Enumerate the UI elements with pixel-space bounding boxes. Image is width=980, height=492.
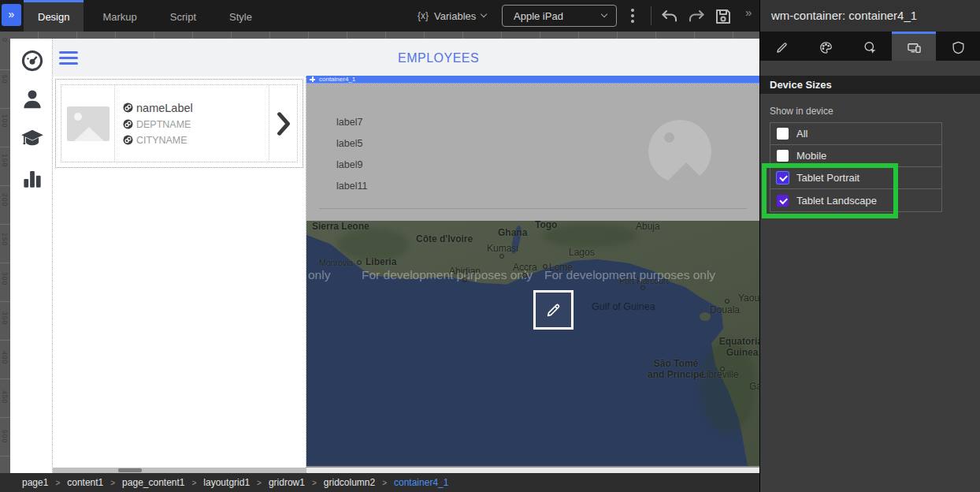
- label9-widget[interactable]: label9: [336, 159, 362, 170]
- chevron-separator-icon: >: [110, 479, 115, 487]
- devices-icon: [907, 40, 922, 55]
- cursor-select-icon: [863, 40, 878, 55]
- map-watermark: For development purposes only: [544, 268, 715, 282]
- chevron-down-icon: [601, 11, 607, 17]
- city-label: CITYNAME: [136, 135, 187, 146]
- hamburger-menu-icon[interactable]: [59, 51, 78, 65]
- breadcrumb-item[interactable]: layoutgrid1: [203, 477, 250, 488]
- map-watermark: only: [308, 268, 330, 282]
- dashboard-icon[interactable]: [20, 49, 44, 73]
- tab-styles[interactable]: [804, 32, 848, 61]
- breadcrumb-item[interactable]: gridcolumn2: [324, 477, 375, 488]
- save-button[interactable]: [714, 7, 733, 26]
- app-left-nav: [10, 39, 53, 473]
- checkbox-all[interactable]: [777, 128, 789, 140]
- map-label: Monrovia: [319, 258, 353, 267]
- image-placeholder-icon: [648, 120, 711, 183]
- map-label: Yaou: [738, 293, 759, 304]
- map-label: Liberia: [366, 256, 396, 267]
- ruler-mark: 200: [1, 193, 9, 207]
- page-title: EMPLOYEES: [398, 51, 479, 65]
- bind-icon: [123, 119, 133, 129]
- inspector-title: wm-container: container4_1: [760, 0, 980, 32]
- tab-style[interactable]: Style: [215, 0, 266, 32]
- place-marker-icon: [499, 254, 504, 259]
- chevron-separator-icon: >: [257, 479, 262, 487]
- place-marker-icon: [543, 264, 548, 269]
- inspector-tabs: [760, 32, 980, 61]
- tab-devices[interactable]: [892, 32, 936, 61]
- user-icon[interactable]: [20, 88, 44, 111]
- label11-widget[interactable]: label11: [336, 181, 367, 192]
- map-watermark: For development purposes only: [362, 268, 533, 282]
- chevron-right-icon: [269, 85, 297, 162]
- place-marker-icon: [640, 285, 645, 290]
- device-preview-select[interactable]: Apple iPad: [502, 5, 617, 27]
- page-header: EMPLOYEES: [53, 39, 759, 76]
- more-options-button[interactable]: [631, 9, 634, 23]
- map-label: Togo: [535, 221, 557, 230]
- breadcrumb-item[interactable]: page1: [22, 477, 48, 488]
- bar-chart-icon[interactable]: [20, 167, 44, 191]
- scrollbar-thumb[interactable]: [118, 468, 142, 472]
- map-label: Gulf of Guinea: [592, 301, 655, 312]
- tab-properties[interactable]: [760, 32, 804, 61]
- tab-markup[interactable]: Markup: [88, 0, 150, 32]
- ruler-mark: 400: [1, 351, 9, 364]
- undo-button[interactable]: [660, 7, 679, 26]
- device-row-tablet-landscape[interactable]: Tablet Landscape: [770, 189, 941, 211]
- breadcrumb-item-current[interactable]: container4_1: [394, 477, 448, 488]
- toolbar-divider: [651, 6, 651, 25]
- device-row-mobile[interactable]: Mobile: [770, 145, 941, 167]
- breadcrumb-item[interactable]: page_content1: [122, 477, 184, 488]
- dept-label-widget[interactable]: DEPTNAME: [123, 119, 269, 130]
- breadcrumb-item[interactable]: gridrow1: [269, 477, 305, 488]
- map-label: Libreville: [701, 369, 738, 380]
- device-label: Mobile: [796, 150, 826, 162]
- map-label: Sierra Leone: [312, 221, 369, 232]
- chevron-separator-icon: >: [312, 479, 317, 487]
- container4-widget[interactable]: label7 label5 label9 label11: [306, 84, 759, 221]
- shield-icon: [951, 40, 966, 55]
- checkbox-tablet-portrait[interactable]: [777, 172, 789, 184]
- tab-script[interactable]: Script: [156, 0, 210, 32]
- breadcrumb-item[interactable]: content1: [67, 477, 103, 488]
- map-label: Equatorial Guinea: [715, 336, 759, 358]
- editor-mode-tabs: Design Markup Script Style: [24, 0, 271, 32]
- ruler-mark: 50: [1, 75, 9, 84]
- checkbox-tablet-landscape[interactable]: [777, 195, 789, 207]
- toolbar-overflow-button[interactable]: »: [745, 6, 752, 19]
- move-icon: [310, 76, 315, 82]
- device-label: Tablet Landscape: [796, 195, 877, 207]
- map-widget[interactable]: Sierra Leone Côte d'Ivoire Ghana Togo Ab…: [306, 221, 759, 468]
- checkbox-mobile[interactable]: [777, 150, 789, 162]
- map-label: Abuja: [636, 221, 660, 232]
- pencil-icon: [545, 301, 562, 319]
- edit-widget-button[interactable]: [533, 290, 574, 330]
- city-label-widget[interactable]: CITYNAME: [123, 135, 269, 146]
- device-row-all[interactable]: All: [770, 123, 941, 145]
- label5-widget[interactable]: label5: [336, 138, 362, 149]
- device-row-tablet-portrait[interactable]: Tablet Portrait: [770, 167, 941, 189]
- selected-container-bar[interactable]: container4_1: [306, 76, 759, 84]
- tab-design[interactable]: Design: [24, 0, 84, 32]
- horizontal-scrollbar: [10, 468, 306, 473]
- employee-list-widget[interactable]: nameLabel DEPTNAME: [55, 79, 303, 168]
- variables-icon: {x}: [418, 10, 429, 21]
- tab-events[interactable]: [848, 32, 893, 61]
- map-label: Lagos: [569, 247, 595, 258]
- label7-widget[interactable]: label7: [336, 117, 362, 128]
- name-label-widget[interactable]: nameLabel: [123, 102, 269, 114]
- redo-button[interactable]: [687, 7, 706, 26]
- graduation-cap-icon[interactable]: [20, 127, 44, 151]
- container-divider: [319, 208, 747, 209]
- collapse-sidebar-button[interactable]: »: [2, 4, 21, 26]
- ruler-mark: 0: [1, 38, 9, 43]
- map-label: Ghana: [498, 227, 527, 238]
- image-placeholder-icon: [67, 106, 110, 141]
- employee-list-item[interactable]: nameLabel DEPTNAME: [61, 84, 298, 162]
- chevron-separator-icon: >: [55, 479, 60, 487]
- variables-menu[interactable]: {x} Variables: [418, 0, 486, 32]
- tab-security[interactable]: [936, 32, 980, 61]
- island: [700, 312, 711, 321]
